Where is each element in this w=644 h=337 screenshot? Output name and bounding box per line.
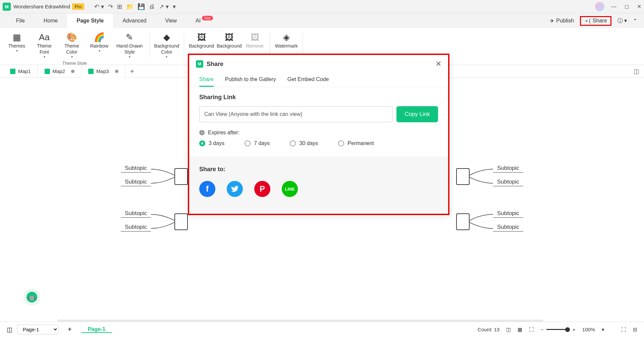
view-mode-1[interactable]: ◫ <box>506 327 511 333</box>
quick-access-toolbar: ↶ ▾ ↷ ⊞ 📁 💾 🖨 ↗ ▾ ▾ <box>94 3 176 10</box>
ai-assistant-button[interactable]: 🤖 <box>23 289 40 306</box>
watermark-icon: ◈ <box>283 31 290 43</box>
tab-map1[interactable]: Map1 <box>3 65 38 78</box>
tab-label: Map2 <box>53 68 65 74</box>
help-button[interactable]: ⓘ ▾ <box>618 17 627 24</box>
facebook-button[interactable]: f <box>199 181 215 197</box>
radio-permanent[interactable]: Permanent <box>338 140 374 146</box>
add-tab-button[interactable]: + <box>125 67 139 76</box>
radio-label: 30 days <box>299 140 318 146</box>
new-button[interactable]: ⊞ <box>117 3 122 10</box>
share-link-input[interactable] <box>199 106 392 122</box>
remove-icon: 🖼 <box>251 31 259 43</box>
tab-map3[interactable]: Map3 <box>82 65 125 78</box>
bg-color-button[interactable]: ◆ BackgroundColor ▾ <box>153 31 181 59</box>
add-page-button[interactable]: + <box>63 326 76 333</box>
tab-map2[interactable]: Map2 <box>38 65 82 78</box>
tab-icon <box>10 69 15 74</box>
share-dialog: M Share ✕ Share Publish to the Gallery G… <box>188 54 449 215</box>
theme-font-button[interactable]: Aa ThemeFont ▾ <box>33 31 56 59</box>
redo-button[interactable]: ↷ <box>108 3 113 10</box>
minimize-button[interactable]: — <box>611 4 616 10</box>
open-button[interactable]: 📁 <box>126 3 133 10</box>
print-button[interactable]: 🖨 <box>149 3 155 10</box>
fit-page-button[interactable]: ⛶ <box>529 327 534 332</box>
bg1-icon: 🖼 <box>197 31 206 43</box>
pinterest-button[interactable]: P <box>254 181 270 197</box>
close-button[interactable]: ✕ <box>637 3 641 10</box>
radio-icon <box>290 140 296 146</box>
page-tab-active[interactable]: Page-1 <box>81 326 112 333</box>
radio-7days[interactable]: 7 days <box>245 140 270 146</box>
zoom-out-button[interactable]: − <box>541 327 544 332</box>
subtopic-node[interactable]: Subtopic <box>121 210 151 218</box>
zoom-dropdown[interactable]: ▾ <box>602 327 604 333</box>
menu-advanced[interactable]: Advanced <box>113 13 156 28</box>
subtopic-node[interactable]: Subtopic <box>493 224 523 231</box>
subtopic-node[interactable]: Subtopic <box>121 179 151 186</box>
menu-right: ✈ Publish ⚬⟨ Share ⓘ ▾ ⌃ <box>550 16 637 26</box>
status-bar: ◫ Page-1 + Page-1 Count: 13 ◫ ▦ ⛶ − + 10… <box>0 322 644 337</box>
export-button[interactable]: ↗ ▾ <box>159 3 169 10</box>
zoom-in-button[interactable]: + <box>573 327 576 332</box>
maximize-button[interactable]: ◻ <box>625 3 629 10</box>
menu-home[interactable]: Home <box>34 13 67 28</box>
dialog-footer: Share to: f P LINE <box>189 156 448 214</box>
radio-3days[interactable]: 3 days <box>199 140 224 146</box>
hand-drawn-button[interactable]: ✎ Hand-DrawnStyle ▾ <box>115 31 144 59</box>
twitter-button[interactable] <box>227 181 243 197</box>
topic-box[interactable] <box>174 168 188 185</box>
menu-view[interactable]: View <box>156 13 186 28</box>
menu-page-style[interactable]: Page Style <box>67 13 113 28</box>
dialog-tab-share[interactable]: Share <box>199 73 214 87</box>
dialog-close-button[interactable]: ✕ <box>435 60 441 68</box>
view-mode-2[interactable]: ▦ <box>518 327 522 333</box>
radio-30days[interactable]: 30 days <box>290 140 318 146</box>
modified-indicator <box>71 70 74 73</box>
dialog-tab-gallery[interactable]: Publish to the Gallery <box>225 73 276 87</box>
app-title: Wondershare EdrawMind <box>13 4 70 9</box>
share-button[interactable]: ⚬⟨ Share <box>580 16 611 26</box>
subtopic-node[interactable]: Subtopic <box>493 179 523 186</box>
rainbow-button[interactable]: 🌈 Rainbow ▾ <box>88 31 111 59</box>
menu-file[interactable]: File <box>7 13 34 28</box>
menu-ai[interactable]: AI Hot <box>186 13 222 28</box>
fullscreen-button[interactable]: ⛶ <box>621 327 626 332</box>
copy-link-button[interactable]: Copy Link <box>396 106 438 122</box>
user-avatar[interactable] <box>595 2 604 11</box>
line-button[interactable]: LINE <box>282 181 298 197</box>
subtopic-node[interactable]: Subtopic <box>121 165 151 173</box>
outline-button[interactable]: ◫ <box>7 326 12 333</box>
save-button[interactable]: 💾 <box>138 3 145 10</box>
page-select[interactable]: Page-1 <box>17 325 58 334</box>
radio-icon <box>338 140 344 146</box>
info-icon: i <box>199 130 205 135</box>
undo-button[interactable]: ↶ ▾ <box>94 3 104 10</box>
bg2-button[interactable]: 🖼 Background <box>215 31 243 50</box>
dialog-body: Sharing Link Copy Link i Expires after: … <box>189 87 448 156</box>
subtopic-node[interactable]: Subtopic <box>121 224 151 231</box>
ribbon-group-theme-style: ▦ Themes ▾ Aa ThemeFont ▾ 🎨 ThemeColor ▾… <box>3 31 146 66</box>
radio-label: Permanent <box>347 140 374 146</box>
rainbow-label: Rainbow <box>90 43 108 49</box>
subtopic-node[interactable]: Subtopic <box>493 165 523 173</box>
bg1-button[interactable]: 🖼 Background <box>187 31 215 50</box>
more-button[interactable]: ▾ <box>173 3 176 10</box>
theme-color-button[interactable]: 🎨 ThemeColor ▾ <box>60 31 84 59</box>
topic-box[interactable] <box>456 168 470 185</box>
themes-button[interactable]: ▦ Themes ▾ <box>5 31 29 59</box>
collapse-ribbon-button[interactable]: ⌃ <box>633 18 637 24</box>
bg2-icon: 🖼 <box>225 31 233 43</box>
bg1-label: Background <box>189 43 214 49</box>
dialog-tab-embed[interactable]: Get Embed Code <box>287 73 329 87</box>
topic-box[interactable] <box>174 213 188 230</box>
panel-toggle-button[interactable]: ◫ <box>629 68 644 75</box>
themes-label: Themes <box>8 43 25 49</box>
collapse-button[interactable]: ⊟ <box>633 327 637 333</box>
topic-box[interactable] <box>456 213 470 230</box>
watermark-button[interactable]: ◈ Watermark <box>274 31 299 50</box>
zoom-slider[interactable]: − + <box>541 327 576 332</box>
subtopic-node[interactable]: Subtopic <box>493 210 523 218</box>
tab-icon <box>45 69 50 74</box>
publish-button[interactable]: ✈ Publish <box>550 18 574 24</box>
